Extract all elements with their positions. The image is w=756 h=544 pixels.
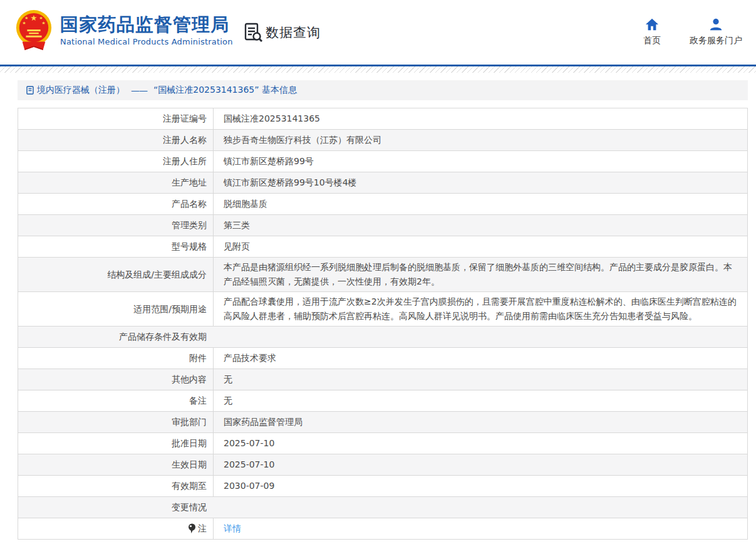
table-row: 型号规格 见附页 xyxy=(18,236,747,257)
table-row: 生产地址 镇江市新区楚桥路99号10号楼4楼 xyxy=(18,172,747,193)
row-value: 见附页 xyxy=(213,236,747,257)
details-link[interactable]: 详情 xyxy=(224,521,241,536)
row-value: 镇江市新区楚桥路99号10号楼4楼 xyxy=(213,172,747,193)
row-value: 国械注准20253141365 xyxy=(213,108,747,129)
row-value: 镇江市新区楚桥路99号 xyxy=(213,151,747,172)
row-label: 注册人名称 xyxy=(18,130,213,150)
row-value xyxy=(213,497,747,518)
row-label: 备注 xyxy=(18,390,213,411)
row-label: 变更情况 xyxy=(18,497,213,518)
row-label: 有效期至 xyxy=(18,476,213,496)
row-value: 2030-07-09 xyxy=(213,476,747,496)
row-label: 生效日期 xyxy=(18,454,213,475)
table-row: 注册人名称 独步吾奇生物医疗科技（江苏）有限公司 xyxy=(18,129,747,150)
table-row: 有效期至 2030-07-09 xyxy=(18,475,747,496)
table-row: 其他内容 无 xyxy=(18,369,747,390)
row-label: 注册人住所 xyxy=(18,151,213,172)
table-row: 审批部门 国家药品监督管理局 xyxy=(18,411,747,432)
table-row: 管理类别 第三类 xyxy=(18,214,747,236)
row-label: 注 xyxy=(18,518,213,539)
row-value: 国家药品监督管理局 xyxy=(213,412,747,432)
table-row: 生效日期 2025-07-10 xyxy=(18,454,747,475)
registration-info-table: 注册证编号 国械注准20253141365 注册人名称 独步吾奇生物医疗科技（江… xyxy=(18,108,748,540)
row-label: 管理类别 xyxy=(18,215,213,236)
document-search-icon xyxy=(244,23,263,43)
row-value xyxy=(213,327,747,347)
row-value: 详情 xyxy=(213,518,747,539)
svg-text:★: ★ xyxy=(30,13,37,23)
nav-home-label: 首页 xyxy=(643,35,661,46)
nav-gov-portal-label: 政务服务门户 xyxy=(690,35,742,46)
table-row: 产品储存条件及有效期 xyxy=(18,326,747,347)
row-label: 结构及组成/主要组成成分 xyxy=(18,258,213,291)
national-emblem-icon: ★ ★ ★ ★ ★ xyxy=(15,8,53,53)
home-icon xyxy=(645,18,659,31)
row-value: 无 xyxy=(213,369,747,390)
table-row: 适用范围/预期用途 产品配合球囊使用，适用于流产次数≥2次并发生子宫内膜损伤的，… xyxy=(18,291,747,326)
table-row: 备注 无 xyxy=(18,390,747,411)
row-value: 2025-07-10 xyxy=(213,433,747,454)
row-value: 本产品是由猪源组织经一系列脱细胞处理后制备的脱细胞基质，保留了细胞外基质的三维空… xyxy=(213,258,747,291)
site-header: ★ ★ ★ ★ ★ 国家药品监督管理局 National Medical Pro… xyxy=(0,0,756,65)
table-row: 注册人住所 镇江市新区楚桥路99号 xyxy=(18,150,747,172)
row-value: 脱细胞基质 xyxy=(213,194,747,214)
row-value: 独步吾奇生物医疗科技（江苏）有限公司 xyxy=(213,130,747,150)
org-name-en: National Medical Products Administration xyxy=(60,37,233,46)
breadcrumb-current: “国械注准20253141365” 基本信息 xyxy=(153,85,297,96)
note-balloon-icon xyxy=(188,523,196,534)
breadcrumb: 境内医疗器械（注册） —— “国械注准20253141365” 基本信息 xyxy=(18,80,748,100)
hatch-stripe-band xyxy=(0,66,756,73)
row-label: 批准日期 xyxy=(18,433,213,454)
table-row: 附件 产品技术要求 xyxy=(18,347,747,369)
top-navigation: 首页 政务服务门户 xyxy=(643,18,742,46)
table-row: 注册证编号 国械注准20253141365 xyxy=(18,108,747,129)
row-label: 生产地址 xyxy=(18,172,213,193)
row-label: 产品储存条件及有效期 xyxy=(18,327,213,347)
nav-home[interactable]: 首页 xyxy=(643,18,661,46)
row-value: 产品配合球囊使用，适用于流产次数≥2次并发生子宫内膜损伤的，且需要开展宫腔中重度… xyxy=(213,292,747,326)
row-label: 型号规格 xyxy=(18,236,213,257)
row-label: 审批部门 xyxy=(18,412,213,432)
row-value: 无 xyxy=(213,390,747,411)
breadcrumb-separator: —— xyxy=(131,85,147,95)
table-row-note: 注 详情 xyxy=(18,518,747,539)
svg-text:★: ★ xyxy=(22,21,26,26)
person-icon xyxy=(709,18,723,31)
table-row: 变更情况 xyxy=(18,496,747,518)
row-label: 产品名称 xyxy=(18,194,213,214)
nav-gov-portal[interactable]: 政务服务门户 xyxy=(690,18,742,46)
row-value: 2025-07-10 xyxy=(213,454,747,475)
row-label: 其他内容 xyxy=(18,369,213,390)
row-label: 注册证编号 xyxy=(18,108,213,129)
document-icon xyxy=(26,86,34,95)
table-row: 产品名称 脱细胞基质 xyxy=(18,193,747,214)
row-label: 适用范围/预期用途 xyxy=(18,292,213,326)
svg-text:★: ★ xyxy=(24,16,28,21)
row-label-text: 注 xyxy=(198,521,207,536)
nmpa-logo-block[interactable]: ★ ★ ★ ★ ★ 国家药品监督管理局 National Medical Pro… xyxy=(15,8,233,53)
data-query-module: 数据查询 xyxy=(244,23,321,43)
org-name-zh: 国家药品监督管理局 xyxy=(60,14,233,35)
row-label: 附件 xyxy=(18,348,213,369)
row-value: 第三类 xyxy=(213,215,747,236)
module-title: 数据查询 xyxy=(266,24,321,41)
svg-text:★: ★ xyxy=(41,21,45,26)
svg-text:★: ★ xyxy=(39,16,43,21)
table-row: 批准日期 2025-07-10 xyxy=(18,432,747,454)
table-row: 结构及组成/主要组成成分 本产品是由猪源组织经一系列脱细胞处理后制备的脱细胞基质… xyxy=(18,257,747,291)
row-value: 产品技术要求 xyxy=(213,348,747,369)
breadcrumb-section[interactable]: 境内医疗器械（注册） xyxy=(37,85,125,96)
